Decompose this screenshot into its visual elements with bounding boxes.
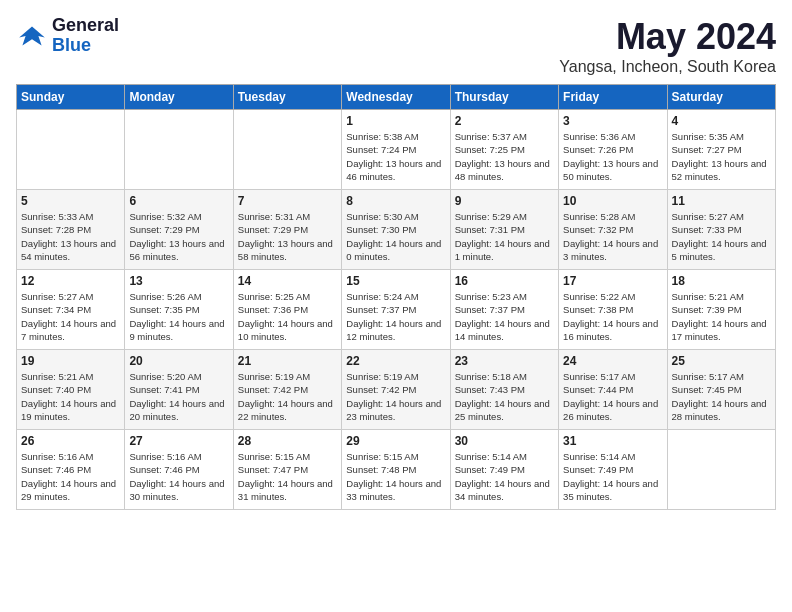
weekday-header: Tuesday: [233, 85, 341, 110]
calendar-day-cell: [17, 110, 125, 190]
calendar-day-cell: 13Sunrise: 5:26 AM Sunset: 7:35 PM Dayli…: [125, 270, 233, 350]
calendar-day-cell: 31Sunrise: 5:14 AM Sunset: 7:49 PM Dayli…: [559, 430, 667, 510]
calendar-day-cell: 7Sunrise: 5:31 AM Sunset: 7:29 PM Daylig…: [233, 190, 341, 270]
day-number: 15: [346, 274, 445, 288]
logo-text: General Blue: [52, 16, 119, 56]
day-number: 10: [563, 194, 662, 208]
calendar-day-cell: [667, 430, 775, 510]
calendar-day-cell: 25Sunrise: 5:17 AM Sunset: 7:45 PM Dayli…: [667, 350, 775, 430]
calendar-day-cell: 26Sunrise: 5:16 AM Sunset: 7:46 PM Dayli…: [17, 430, 125, 510]
calendar-day-cell: 11Sunrise: 5:27 AM Sunset: 7:33 PM Dayli…: [667, 190, 775, 270]
calendar-week-row: 26Sunrise: 5:16 AM Sunset: 7:46 PM Dayli…: [17, 430, 776, 510]
day-number: 6: [129, 194, 228, 208]
day-number: 31: [563, 434, 662, 448]
calendar-day-cell: 23Sunrise: 5:18 AM Sunset: 7:43 PM Dayli…: [450, 350, 558, 430]
weekday-header: Saturday: [667, 85, 775, 110]
month-title: May 2024: [559, 16, 776, 58]
calendar-day-cell: 5Sunrise: 5:33 AM Sunset: 7:28 PM Daylig…: [17, 190, 125, 270]
calendar-day-cell: 9Sunrise: 5:29 AM Sunset: 7:31 PM Daylig…: [450, 190, 558, 270]
day-number: 24: [563, 354, 662, 368]
day-number: 27: [129, 434, 228, 448]
day-info: Sunrise: 5:15 AM Sunset: 7:48 PM Dayligh…: [346, 450, 445, 503]
calendar-day-cell: 10Sunrise: 5:28 AM Sunset: 7:32 PM Dayli…: [559, 190, 667, 270]
day-number: 12: [21, 274, 120, 288]
day-info: Sunrise: 5:27 AM Sunset: 7:34 PM Dayligh…: [21, 290, 120, 343]
day-info: Sunrise: 5:31 AM Sunset: 7:29 PM Dayligh…: [238, 210, 337, 263]
day-number: 19: [21, 354, 120, 368]
day-info: Sunrise: 5:19 AM Sunset: 7:42 PM Dayligh…: [238, 370, 337, 423]
calendar-day-cell: 20Sunrise: 5:20 AM Sunset: 7:41 PM Dayli…: [125, 350, 233, 430]
calendar-day-cell: 18Sunrise: 5:21 AM Sunset: 7:39 PM Dayli…: [667, 270, 775, 350]
day-number: 8: [346, 194, 445, 208]
day-number: 25: [672, 354, 771, 368]
day-info: Sunrise: 5:14 AM Sunset: 7:49 PM Dayligh…: [455, 450, 554, 503]
day-info: Sunrise: 5:35 AM Sunset: 7:27 PM Dayligh…: [672, 130, 771, 183]
day-info: Sunrise: 5:22 AM Sunset: 7:38 PM Dayligh…: [563, 290, 662, 343]
calendar-day-cell: [125, 110, 233, 190]
calendar-day-cell: 4Sunrise: 5:35 AM Sunset: 7:27 PM Daylig…: [667, 110, 775, 190]
day-number: 17: [563, 274, 662, 288]
calendar-day-cell: 16Sunrise: 5:23 AM Sunset: 7:37 PM Dayli…: [450, 270, 558, 350]
day-number: 21: [238, 354, 337, 368]
calendar-day-cell: 19Sunrise: 5:21 AM Sunset: 7:40 PM Dayli…: [17, 350, 125, 430]
weekday-header: Thursday: [450, 85, 558, 110]
day-info: Sunrise: 5:19 AM Sunset: 7:42 PM Dayligh…: [346, 370, 445, 423]
day-number: 18: [672, 274, 771, 288]
calendar-day-cell: 30Sunrise: 5:14 AM Sunset: 7:49 PM Dayli…: [450, 430, 558, 510]
calendar-day-cell: [233, 110, 341, 190]
day-info: Sunrise: 5:23 AM Sunset: 7:37 PM Dayligh…: [455, 290, 554, 343]
page-header: General Blue May 2024 Yangsa, Incheon, S…: [16, 16, 776, 76]
calendar-day-cell: 8Sunrise: 5:30 AM Sunset: 7:30 PM Daylig…: [342, 190, 450, 270]
calendar-day-cell: 14Sunrise: 5:25 AM Sunset: 7:36 PM Dayli…: [233, 270, 341, 350]
svg-marker-0: [19, 26, 45, 45]
day-info: Sunrise: 5:30 AM Sunset: 7:30 PM Dayligh…: [346, 210, 445, 263]
weekday-header: Sunday: [17, 85, 125, 110]
day-info: Sunrise: 5:20 AM Sunset: 7:41 PM Dayligh…: [129, 370, 228, 423]
day-number: 20: [129, 354, 228, 368]
calendar-day-cell: 27Sunrise: 5:16 AM Sunset: 7:46 PM Dayli…: [125, 430, 233, 510]
day-info: Sunrise: 5:29 AM Sunset: 7:31 PM Dayligh…: [455, 210, 554, 263]
calendar-table: SundayMondayTuesdayWednesdayThursdayFrid…: [16, 84, 776, 510]
day-info: Sunrise: 5:16 AM Sunset: 7:46 PM Dayligh…: [129, 450, 228, 503]
location-title: Yangsa, Incheon, South Korea: [559, 58, 776, 76]
day-info: Sunrise: 5:33 AM Sunset: 7:28 PM Dayligh…: [21, 210, 120, 263]
day-info: Sunrise: 5:38 AM Sunset: 7:24 PM Dayligh…: [346, 130, 445, 183]
day-number: 14: [238, 274, 337, 288]
day-info: Sunrise: 5:17 AM Sunset: 7:45 PM Dayligh…: [672, 370, 771, 423]
day-number: 23: [455, 354, 554, 368]
day-number: 16: [455, 274, 554, 288]
day-number: 2: [455, 114, 554, 128]
day-number: 9: [455, 194, 554, 208]
day-number: 28: [238, 434, 337, 448]
calendar-week-row: 19Sunrise: 5:21 AM Sunset: 7:40 PM Dayli…: [17, 350, 776, 430]
day-number: 1: [346, 114, 445, 128]
calendar-day-cell: 24Sunrise: 5:17 AM Sunset: 7:44 PM Dayli…: [559, 350, 667, 430]
day-info: Sunrise: 5:15 AM Sunset: 7:47 PM Dayligh…: [238, 450, 337, 503]
day-number: 30: [455, 434, 554, 448]
day-number: 13: [129, 274, 228, 288]
day-info: Sunrise: 5:18 AM Sunset: 7:43 PM Dayligh…: [455, 370, 554, 423]
calendar-day-cell: 12Sunrise: 5:27 AM Sunset: 7:34 PM Dayli…: [17, 270, 125, 350]
day-number: 3: [563, 114, 662, 128]
calendar-day-cell: 6Sunrise: 5:32 AM Sunset: 7:29 PM Daylig…: [125, 190, 233, 270]
calendar-week-row: 5Sunrise: 5:33 AM Sunset: 7:28 PM Daylig…: [17, 190, 776, 270]
calendar-day-cell: 17Sunrise: 5:22 AM Sunset: 7:38 PM Dayli…: [559, 270, 667, 350]
day-info: Sunrise: 5:24 AM Sunset: 7:37 PM Dayligh…: [346, 290, 445, 343]
calendar-day-cell: 2Sunrise: 5:37 AM Sunset: 7:25 PM Daylig…: [450, 110, 558, 190]
day-info: Sunrise: 5:16 AM Sunset: 7:46 PM Dayligh…: [21, 450, 120, 503]
day-number: 7: [238, 194, 337, 208]
logo: General Blue: [16, 16, 119, 56]
weekday-header: Wednesday: [342, 85, 450, 110]
day-number: 26: [21, 434, 120, 448]
calendar-week-row: 1Sunrise: 5:38 AM Sunset: 7:24 PM Daylig…: [17, 110, 776, 190]
day-info: Sunrise: 5:28 AM Sunset: 7:32 PM Dayligh…: [563, 210, 662, 263]
day-number: 5: [21, 194, 120, 208]
weekday-header: Monday: [125, 85, 233, 110]
day-info: Sunrise: 5:27 AM Sunset: 7:33 PM Dayligh…: [672, 210, 771, 263]
weekday-header: Friday: [559, 85, 667, 110]
day-number: 29: [346, 434, 445, 448]
day-number: 22: [346, 354, 445, 368]
calendar-day-cell: 29Sunrise: 5:15 AM Sunset: 7:48 PM Dayli…: [342, 430, 450, 510]
day-info: Sunrise: 5:37 AM Sunset: 7:25 PM Dayligh…: [455, 130, 554, 183]
calendar-day-cell: 22Sunrise: 5:19 AM Sunset: 7:42 PM Dayli…: [342, 350, 450, 430]
